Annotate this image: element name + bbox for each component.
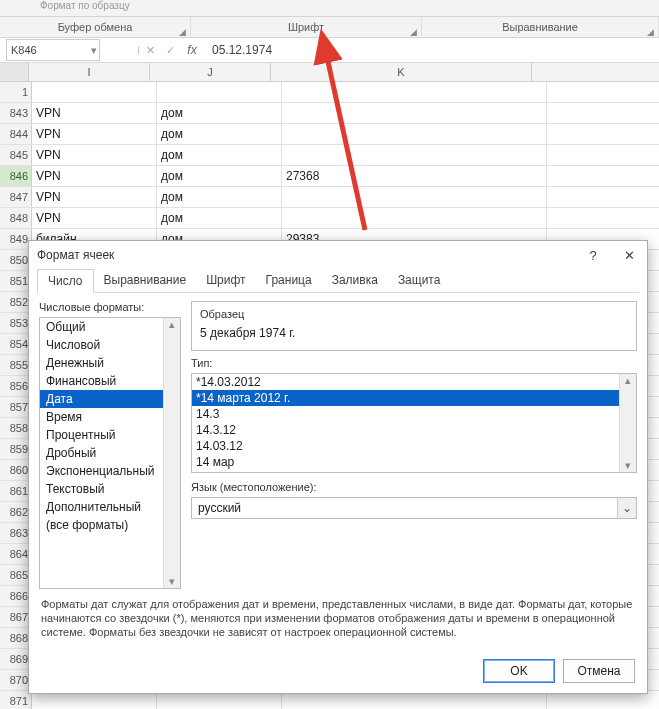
type-item[interactable]: *14 марта 2012 г. [192, 390, 636, 406]
cell[interactable] [157, 82, 282, 102]
scroll-up-icon[interactable]: ▴ [625, 374, 631, 387]
col-header-J[interactable]: J [150, 63, 271, 81]
name-box[interactable]: K846▾ [6, 39, 100, 61]
fx-icon[interactable]: fx [180, 43, 204, 57]
language-value: русский [198, 501, 241, 515]
table-row[interactable]: 843VPNдом [0, 103, 659, 124]
language-dropdown[interactable]: русский ⌄ [191, 497, 637, 519]
cell[interactable]: дом [157, 208, 282, 228]
tab-Заливка[interactable]: Заливка [322, 269, 388, 292]
category-item[interactable]: Дробный [40, 444, 180, 462]
cell[interactable]: VPN [32, 208, 157, 228]
category-item[interactable]: Дата [40, 390, 180, 408]
dialog-titlebar[interactable]: Формат ячеек ? ✕ [29, 241, 647, 269]
formula-bar-row: K846▾ ⁞ ✕ ✓ fx 05.12.1974 [0, 38, 659, 63]
cell[interactable]: VPN [32, 124, 157, 144]
chevron-down-icon[interactable]: ▾ [91, 44, 97, 57]
accept-formula-button[interactable]: ✓ [160, 44, 180, 57]
cell[interactable]: дом [157, 187, 282, 207]
dialog-tabs: ЧислоВыравниваниеШрифтГраницаЗаливкаЗащи… [37, 269, 639, 293]
category-item[interactable]: Денежный [40, 354, 180, 372]
category-item[interactable]: Числовой [40, 336, 180, 354]
tab-Шрифт[interactable]: Шрифт [196, 269, 255, 292]
dialog-launcher-icon[interactable]: ◢ [179, 27, 186, 37]
ribbon-group-label: Шрифт [288, 21, 324, 33]
row-number[interactable]: 845 [0, 145, 32, 165]
tab-Защита[interactable]: Защита [388, 269, 451, 292]
cell[interactable]: VPN [32, 166, 157, 186]
type-item[interactable]: 14.3.12 [192, 422, 636, 438]
table-row[interactable]: 845VPNдом [0, 145, 659, 166]
scroll-up-icon[interactable]: ▴ [169, 318, 175, 331]
tab-Граница[interactable]: Граница [256, 269, 322, 292]
col-header-I[interactable]: I [29, 63, 150, 81]
col-header-K[interactable]: K [271, 63, 532, 81]
select-all-corner[interactable] [0, 63, 29, 81]
type-item[interactable]: 14.3 [192, 406, 636, 422]
category-item[interactable]: Время [40, 408, 180, 426]
description-text: Форматы дат служат для отображения дат и… [29, 589, 647, 639]
category-item[interactable]: (все форматы) [40, 516, 180, 534]
type-item[interactable]: *14.03.2012 [192, 374, 636, 390]
sample-box: Образец 5 декабря 1974 г. [191, 301, 637, 351]
category-item[interactable]: Финансовый [40, 372, 180, 390]
table-row[interactable]: 847VPNдом [0, 187, 659, 208]
row-number[interactable]: 844 [0, 124, 32, 144]
type-item[interactable]: 14.03.12 [192, 438, 636, 454]
row-number[interactable]: 846 [0, 166, 32, 186]
type-list[interactable]: *14.03.2012*14 марта 2012 г.14.314.3.121… [191, 373, 637, 473]
row-number[interactable]: 848 [0, 208, 32, 228]
table-row[interactable]: 848VPNдом [0, 208, 659, 229]
cell[interactable] [32, 82, 157, 102]
category-item[interactable]: Процентный [40, 426, 180, 444]
category-item[interactable]: Текстовый [40, 480, 180, 498]
table-row[interactable]: 1 [0, 82, 659, 103]
table-row[interactable]: 846VPNдом27368 [0, 166, 659, 187]
ribbon-group-clipboard[interactable]: Буфер обмена◢ [0, 17, 191, 37]
cell[interactable]: VPN [32, 145, 157, 165]
cell[interactable]: дом [157, 145, 282, 165]
cell[interactable]: VPN [32, 103, 157, 123]
cell[interactable] [282, 124, 547, 144]
row-number[interactable]: 847 [0, 187, 32, 207]
scrollbar[interactable]: ▴▾ [619, 374, 636, 472]
ribbon-top-row: Формат по образцу [0, 0, 659, 17]
scroll-down-icon[interactable]: ▾ [625, 459, 631, 472]
table-row[interactable]: 844VPNдом [0, 124, 659, 145]
scrollbar[interactable]: ▴▾ [163, 318, 180, 588]
cell[interactable]: дом [157, 103, 282, 123]
cancel-button[interactable]: Отмена [563, 659, 635, 683]
cell[interactable]: 27368 [282, 166, 547, 186]
close-button[interactable]: ✕ [611, 241, 647, 269]
cell[interactable] [282, 103, 547, 123]
cell[interactable]: дом [157, 166, 282, 186]
dialog-launcher-icon[interactable]: ◢ [647, 27, 654, 37]
categories-label: Числовые форматы: [39, 301, 181, 313]
type-item[interactable]: 14 мар 12 [192, 470, 636, 473]
cell[interactable]: VPN [32, 187, 157, 207]
scroll-down-icon[interactable]: ▾ [169, 575, 175, 588]
row-number[interactable]: 843 [0, 103, 32, 123]
category-list[interactable]: ОбщийЧисловойДенежныйФинансовыйДатаВремя… [39, 317, 181, 589]
category-item[interactable]: Дополнительный [40, 498, 180, 516]
row-number[interactable]: 1 [0, 82, 32, 102]
ribbon-group-font[interactable]: Шрифт◢ [191, 17, 422, 37]
formula-value: 05.12.1974 [212, 43, 272, 57]
help-button[interactable]: ? [575, 241, 611, 269]
cell[interactable] [282, 145, 547, 165]
cell[interactable] [282, 82, 547, 102]
formula-bar[interactable]: 05.12.1974 [204, 43, 659, 57]
cell[interactable] [282, 208, 547, 228]
ribbon-group-alignment[interactable]: Выравнивание◢ [422, 17, 659, 37]
category-item[interactable]: Общий [40, 318, 180, 336]
type-item[interactable]: 14 мар [192, 454, 636, 470]
cell[interactable] [282, 187, 547, 207]
chevron-down-icon[interactable]: ⌄ [617, 498, 636, 518]
category-item[interactable]: Экспоненциальный [40, 462, 180, 480]
dialog-launcher-icon[interactable]: ◢ [410, 27, 417, 37]
tab-Число[interactable]: Число [37, 269, 94, 293]
cancel-formula-button[interactable]: ✕ [140, 44, 160, 57]
ok-button[interactable]: OK [483, 659, 555, 683]
tab-Выравнивание[interactable]: Выравнивание [94, 269, 197, 292]
cell[interactable]: дом [157, 124, 282, 144]
